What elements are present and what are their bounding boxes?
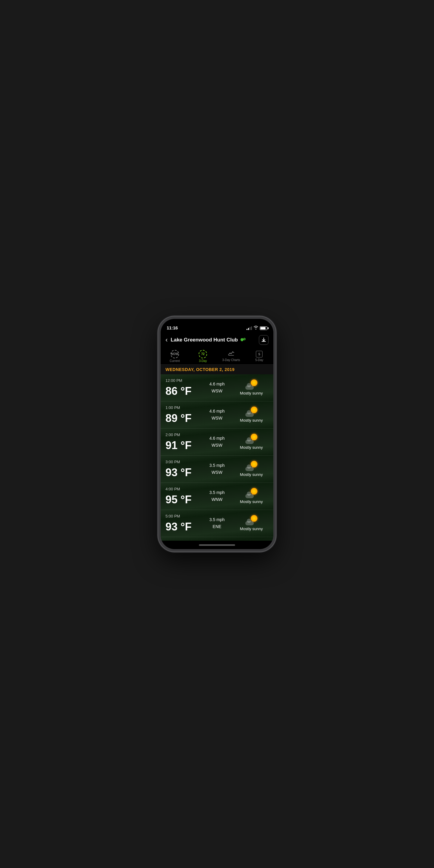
row-temp-5: 93 °F (165, 521, 200, 532)
app-header: ‹ Lake Greenwood Hunt Club (161, 332, 273, 348)
weather-condition-2: Mostly sunny (240, 445, 263, 450)
status-bar: 11:16 (161, 319, 273, 332)
download-icon (261, 338, 266, 342)
weather-icon-4 (245, 488, 257, 498)
location-title: Lake Greenwood Hunt Club (170, 337, 238, 343)
header-title: Lake Greenwood Hunt Club (170, 337, 256, 343)
status-icons (247, 326, 267, 330)
phone-screen: 11:16 (161, 319, 273, 549)
row-time-4: 4:00 PM (165, 487, 200, 491)
weather-icon-3 (245, 461, 257, 471)
weather-icon-1 (245, 407, 257, 417)
row-wind-1: 4.6 mph WSW (200, 408, 234, 421)
tab-3day[interactable]: 72 3-Day (189, 348, 217, 364)
svg-point-0 (241, 338, 244, 341)
row-time-2: 2:00 PM (165, 433, 200, 437)
tab-current[interactable]: NOW Current (161, 348, 189, 364)
wifi-icon (253, 326, 258, 330)
download-button[interactable] (259, 335, 269, 345)
weather-condition-3: Mostly sunny (240, 472, 263, 477)
weather-condition-0: Mostly sunny (240, 391, 263, 396)
row-temp-1: 89 °F (165, 413, 200, 424)
signal-bars (247, 327, 252, 330)
charts-icon (228, 350, 235, 356)
back-button[interactable]: ‹ (165, 336, 167, 344)
weather-icon-5 (245, 515, 257, 525)
tab-3day-label: 3-Day (199, 359, 207, 363)
weather-icon-0 (245, 379, 257, 390)
row-wind-5: 3.5 mph ENE (200, 516, 234, 530)
row-weather-0: Mostly sunny (234, 379, 269, 396)
weather-row: 4:00 PM 95 °F 3.5 mph WNW Mostly sunny (161, 483, 273, 510)
tab-charts-icon (228, 350, 235, 358)
weather-row: 5:00 PM 93 °F 3.5 mph ENE Mostly sunny (161, 510, 273, 537)
status-time: 11:16 (167, 325, 178, 330)
signal-bar-2 (248, 328, 249, 330)
home-bar (199, 544, 235, 546)
tab-current-icon: NOW (170, 350, 179, 358)
row-temp-2: 91 °F (165, 440, 200, 451)
row-wind-3: 3.5 mph WSW (200, 462, 234, 475)
row-wind-0: 4.6 mph WSW (200, 381, 234, 394)
svg-point-3 (244, 339, 245, 339)
row-temp-4: 95 °F (165, 494, 200, 505)
tab-3day-charts[interactable]: 3-Day Charts (217, 348, 245, 364)
row-time-3: 3:00 PM (165, 460, 200, 464)
tab-3day-icon: 72 (198, 350, 207, 358)
row-weather-5: Mostly sunny (234, 515, 269, 531)
weather-condition-5: Mostly sunny (240, 527, 263, 531)
row-temp-3: 93 °F (165, 467, 200, 478)
row-weather-4: Mostly sunny (234, 488, 269, 504)
tab-current-label: Current (170, 359, 180, 363)
phone-frame: 11:16 (158, 316, 276, 552)
notch (194, 319, 240, 327)
tab-bar: NOW Current 72 3-Day 3-Day Charts 5 5-Da… (161, 348, 273, 365)
battery-fill (260, 327, 266, 330)
row-time-0: 12:00 PM (165, 378, 200, 383)
date-text: WEDNESDAY, OCTOBER 2, 2019 (165, 367, 269, 372)
tab-5day[interactable]: 5 5-Day (245, 348, 274, 364)
date-header: WEDNESDAY, OCTOBER 2, 2019 (161, 365, 273, 374)
row-weather-3: Mostly sunny (234, 461, 269, 477)
weather-condition-4: Mostly sunny (240, 499, 263, 504)
weather-row: 3:00 PM 93 °F 3.5 mph WSW Mostly sunny (161, 456, 273, 483)
weather-row: 6:00 PM 90 °F 3.5 mph ESE Mostly sunny (161, 537, 273, 541)
weather-row: 2:00 PM 91 °F 4.6 mph WSW Mostly sunny (161, 429, 273, 456)
row-time-1: 1:00 PM (165, 405, 200, 410)
row-wind-2: 4.6 mph WSW (200, 435, 234, 448)
battery-icon (260, 327, 267, 330)
location-icon (240, 337, 246, 343)
weather-row: 12:00 PM 86 °F 4.6 mph WSW Mostly sunny (161, 374, 273, 401)
row-wind-4: 3.5 mph WNW (200, 489, 234, 503)
tab-5day-icon: 5 (256, 351, 262, 358)
row-weather-1: Mostly sunny (234, 407, 269, 423)
signal-bar-4 (251, 327, 252, 330)
row-weather-2: Mostly sunny (234, 434, 269, 450)
tab-5day-label: 5-Day (255, 358, 264, 362)
signal-bar-3 (250, 327, 250, 330)
weather-icon-2 (245, 434, 257, 444)
tab-charts-label: 3-Day Charts (222, 358, 240, 362)
home-indicator (161, 541, 273, 549)
row-temp-0: 86 °F (165, 386, 200, 397)
row-time-5: 5:00 PM (165, 514, 200, 518)
signal-bar-1 (247, 329, 247, 330)
weather-condition-1: Mostly sunny (240, 418, 263, 423)
weather-list[interactable]: 12:00 PM 86 °F 4.6 mph WSW Mostly sunny … (161, 374, 273, 541)
weather-row: 1:00 PM 89 °F 4.6 mph WSW Mostly sunny (161, 401, 273, 429)
